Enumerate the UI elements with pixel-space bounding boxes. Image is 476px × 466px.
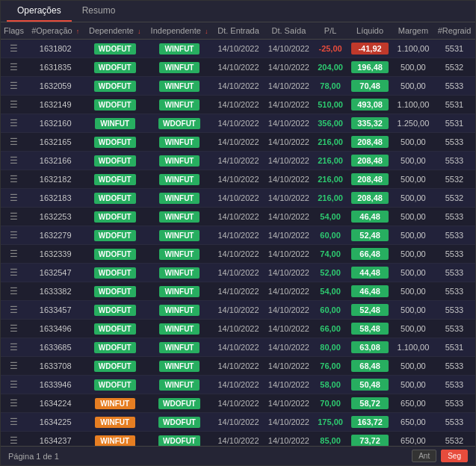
row-exit: 14/10/2022 — [264, 133, 314, 152]
row-icon[interactable]: ☰ — [1, 282, 27, 301]
row-regrald: 5532 — [433, 58, 475, 77]
col-operacao[interactable]: #Operação ↑ — [27, 22, 84, 40]
row-pl: 204,00 — [314, 58, 347, 77]
tab-resumo[interactable]: Resumo — [72, 1, 126, 22]
tab-operacoes[interactable]: Operações — [7, 1, 72, 22]
row-exit: 14/10/2022 — [264, 58, 314, 77]
prev-page-button[interactable]: Ant — [412, 450, 436, 462]
row-dep: WINFUT — [84, 413, 145, 432]
row-icon[interactable]: ☰ — [1, 58, 27, 77]
row-icon[interactable]: ☰ — [1, 152, 27, 170]
table-row: ☰ 1632165 WDOFUT WINFUT 14/10/2022 14/10… — [1, 133, 475, 152]
menu-icon: ☰ — [10, 193, 18, 203]
row-icon[interactable]: ☰ — [1, 320, 27, 338]
table-row: ☰ 1634237 WINFUT WDOFUT 14/10/2022 14/10… — [1, 432, 475, 447]
row-entry: 14/10/2022 — [213, 133, 264, 152]
table-row: ☰ 1632160 WINFUT WDOFUT 14/10/2022 14/10… — [1, 114, 475, 133]
row-regrald: 5533 — [433, 133, 475, 152]
row-margem: 500,00 — [393, 152, 433, 170]
row-exit: 14/10/2022 — [264, 226, 314, 245]
row-icon[interactable]: ☰ — [1, 264, 27, 282]
row-regrald: 5531 — [433, 114, 475, 133]
row-dep: WDOFUT — [84, 320, 145, 338]
col-liquido: Líquido — [347, 22, 393, 40]
row-ind: WINFUT — [146, 152, 213, 170]
row-icon[interactable]: ☰ — [1, 114, 27, 133]
row-liq: 493,08 — [347, 96, 393, 114]
row-ind: WDOFUT — [146, 114, 213, 133]
menu-icon: ☰ — [10, 174, 18, 184]
row-icon[interactable]: ☰ — [1, 301, 27, 320]
row-exit: 14/10/2022 — [264, 152, 314, 170]
row-exit: 14/10/2022 — [264, 357, 314, 376]
row-liq: 66,48 — [347, 245, 393, 264]
sort-icon-dependente: ↓ — [137, 28, 141, 35]
row-icon[interactable]: ☰ — [1, 170, 27, 189]
row-dep: WDOFUT — [84, 357, 145, 376]
row-entry: 14/10/2022 — [213, 170, 264, 189]
row-exit: 14/10/2022 — [264, 394, 314, 413]
row-regrald: 5533 — [433, 357, 475, 376]
row-icon[interactable]: ☰ — [1, 96, 27, 114]
row-id: 1633708 — [27, 357, 84, 376]
row-icon[interactable]: ☰ — [1, 338, 27, 357]
row-icon[interactable]: ☰ — [1, 394, 27, 413]
row-exit: 14/10/2022 — [264, 96, 314, 114]
menu-icon: ☰ — [10, 230, 18, 240]
row-pl: 216,00 — [314, 189, 347, 208]
row-regrald: 5533 — [433, 226, 475, 245]
row-ind: WINFUT — [146, 264, 213, 282]
row-regrald: 5532 — [433, 170, 475, 189]
row-id: 1633496 — [27, 320, 84, 338]
menu-icon: ☰ — [10, 398, 18, 408]
row-id: 1633382 — [27, 282, 84, 301]
row-icon[interactable]: ☰ — [1, 226, 27, 245]
sort-icon-independente: ↓ — [205, 28, 208, 35]
row-ind: WINFUT — [146, 58, 213, 77]
row-liq: 46,48 — [347, 208, 393, 226]
row-icon[interactable]: ☰ — [1, 133, 27, 152]
row-icon[interactable]: ☰ — [1, 208, 27, 226]
menu-icon: ☰ — [10, 81, 18, 91]
row-margem: 500,00 — [393, 77, 433, 96]
row-exit: 14/10/2022 — [264, 264, 314, 282]
row-entry: 14/10/2022 — [213, 114, 264, 133]
row-entry: 14/10/2022 — [213, 189, 264, 208]
row-icon[interactable]: ☰ — [1, 413, 27, 432]
row-ind: WINFUT — [146, 133, 213, 152]
app-container: Operações Resumo Flags #Operação ↑ Depen… — [0, 0, 476, 466]
row-icon[interactable]: ☰ — [1, 40, 27, 58]
row-exit: 14/10/2022 — [264, 338, 314, 357]
row-ind: WINFUT — [146, 376, 213, 394]
row-id: 1632182 — [27, 170, 84, 189]
row-icon[interactable]: ☰ — [1, 432, 27, 447]
row-liq: 46,48 — [347, 282, 393, 301]
col-dependente[interactable]: Dependente ↓ — [84, 22, 145, 40]
row-regrald: 5533 — [433, 245, 475, 264]
row-dep: WDOFUT — [84, 96, 145, 114]
row-ind: WINFUT — [146, 170, 213, 189]
row-exit: 14/10/2022 — [264, 40, 314, 58]
next-page-button[interactable]: Seg — [441, 450, 468, 462]
row-margem: 500,00 — [393, 357, 433, 376]
row-exit: 14/10/2022 — [264, 376, 314, 394]
col-independente[interactable]: Independente ↓ — [146, 22, 213, 40]
row-dep: WDOFUT — [84, 264, 145, 282]
row-icon[interactable]: ☰ — [1, 189, 27, 208]
row-icon[interactable]: ☰ — [1, 357, 27, 376]
row-id: 1632165 — [27, 133, 84, 152]
menu-icon: ☰ — [10, 417, 18, 427]
row-icon[interactable]: ☰ — [1, 376, 27, 394]
row-liq: 58,72 — [347, 394, 393, 413]
row-dep: WDOFUT — [84, 152, 145, 170]
row-icon[interactable]: ☰ — [1, 245, 27, 264]
row-liq: 44,48 — [347, 264, 393, 282]
row-pl: 54,00 — [314, 282, 347, 301]
row-pl: 60,00 — [314, 226, 347, 245]
row-margem: 500,00 — [393, 320, 433, 338]
col-dt-entrada: Dt. Entrada — [213, 22, 264, 40]
row-icon[interactable]: ☰ — [1, 77, 27, 96]
row-regrald: 5533 — [433, 77, 475, 96]
row-exit: 14/10/2022 — [264, 170, 314, 189]
menu-icon: ☰ — [10, 305, 18, 315]
